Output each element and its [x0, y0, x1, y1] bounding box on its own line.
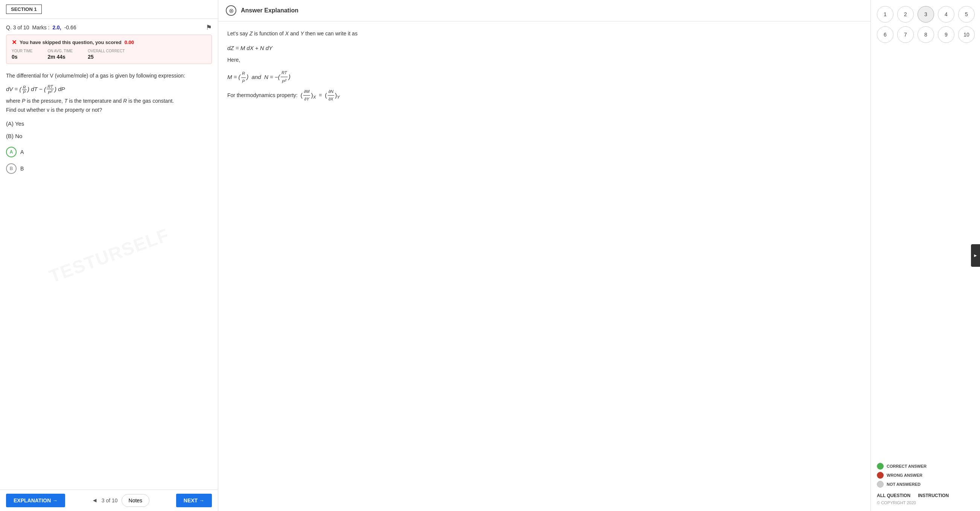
answer-option-b[interactable]: B B: [6, 163, 212, 174]
option-row-b-text: (B) No: [6, 133, 212, 139]
q-num-1[interactable]: 1: [877, 6, 893, 22]
option-b-text: (B) No: [6, 133, 22, 139]
close-button[interactable]: ⊗: [226, 5, 236, 16]
where-text: where P is the pressure, T is the temper…: [6, 98, 212, 104]
option-row-a-text: (A) Yes: [6, 120, 212, 127]
middle-panel: ⊗ Answer Explanation Let's say Z is func…: [218, 0, 871, 511]
legend-section: CORRECT ANSWER WRONG ANSWER NOT ANSWERED…: [877, 455, 974, 505]
formula-dv: dV = (RP) dT − (RTP2) dP: [6, 84, 212, 95]
marks-label: Marks :: [32, 24, 50, 30]
q-num-6[interactable]: 6: [877, 26, 893, 43]
skip-title: ✕ You have skipped this question, you sc…: [12, 39, 206, 46]
skip-score: 0.00: [124, 40, 134, 45]
explanation-title: Answer Explanation: [241, 7, 298, 14]
q-num-4[interactable]: 4: [938, 6, 955, 22]
options-section: (A) Yes (B) No A A B B: [6, 120, 212, 174]
next-button[interactable]: NEXT →: [176, 494, 212, 507]
q-num-10[interactable]: 10: [958, 26, 975, 43]
q-num-7[interactable]: 7: [897, 26, 914, 43]
exp-line-1: Let's say Z is function of X and Y then …: [228, 29, 861, 38]
right-panel: 1 2 3 4 5 6 7 8 9 10 ► CORRECT ANSWER WR…: [871, 0, 980, 511]
q-num-2[interactable]: 2: [897, 6, 914, 22]
bottom-bar-left: EXPLANATION → ◄ 3 of 10 Notes NEXT →: [0, 490, 218, 511]
wrong-dot: [877, 472, 884, 479]
option-a-label: A: [20, 149, 24, 155]
option-a-text: (A) Yes: [6, 120, 24, 127]
legend-correct: CORRECT ANSWER: [877, 463, 974, 470]
skip-banner: ✕ You have skipped this question, you sc…: [6, 35, 212, 64]
toggle-panel-arrow[interactable]: ►: [971, 244, 980, 267]
q-num-8[interactable]: 8: [918, 26, 934, 43]
question-intro: The differential for V (volume/mole) of …: [6, 72, 212, 80]
question-meta: Q. 3 of 10 Marks : 2.0, -0.66 ⚑: [0, 19, 218, 35]
left-panel: SECTION 1 Q. 3 of 10 Marks : 2.0, -0.66 …: [0, 0, 218, 511]
explanation-body: Let's say Z is function of X and Y then …: [218, 21, 870, 511]
page-display: 3 of 10: [102, 497, 118, 503]
find-text: Find out whether v is the property or no…: [6, 107, 212, 113]
legend-wrong: WRONG ANSWER: [877, 472, 974, 479]
correct-dot: [877, 463, 884, 470]
marks-negative: -0.66: [64, 24, 76, 30]
exp-line-here: Here,: [228, 55, 861, 65]
exp-formula-dz: dZ = M dX + N dY: [228, 43, 861, 53]
notes-button[interactable]: Notes: [122, 494, 150, 507]
option-circle-a: A: [6, 147, 17, 157]
section-badge: SECTION 1: [6, 5, 42, 14]
option-circle-b: B: [6, 163, 17, 174]
your-time: YOUR TIME 0s: [12, 49, 32, 60]
prev-arrow[interactable]: ◄: [92, 497, 98, 504]
avg-time: ON AVG. TIME 2m 44s: [48, 49, 73, 60]
page-info: ◄ 3 of 10 Notes: [70, 494, 172, 507]
exp-line-thermo: For thermodynamics property: (∂M∂Y)X = (…: [228, 88, 861, 103]
question-grid: 1 2 3 4 5 6 7 8 9 10: [877, 6, 974, 43]
explanation-header: ⊗ Answer Explanation: [218, 0, 870, 21]
explanation-button[interactable]: EXPLANATION →: [6, 494, 65, 507]
option-b-label: B: [20, 166, 24, 172]
q-num-3[interactable]: 3: [918, 6, 934, 22]
question-body: The differential for V (volume/mole) of …: [0, 67, 218, 490]
copyright: © COPYRIGHT 2020: [877, 500, 974, 505]
answer-option-a[interactable]: A A: [6, 147, 212, 157]
bottom-links: ALL QUESTION INSTRUCTION: [877, 493, 974, 498]
q-num-9[interactable]: 9: [938, 26, 955, 43]
not-answered-dot: [877, 481, 884, 488]
question-number: Q. 3 of 10: [6, 24, 29, 30]
all-question-link[interactable]: ALL QUESTION: [877, 493, 910, 498]
legend-not-answered: NOT ANSWERED: [877, 481, 974, 488]
flag-icon[interactable]: ⚑: [206, 23, 212, 32]
x-icon: ✕: [12, 39, 17, 46]
q-num-5[interactable]: 5: [958, 6, 975, 22]
section-header: SECTION 1: [0, 0, 218, 19]
time-row: YOUR TIME 0s ON AVG. TIME 2m 44s OVERALL…: [12, 49, 206, 60]
exp-formula-mn: M = (RP) and N = −(RTP2): [228, 69, 861, 85]
marks-positive: 2.0,: [52, 24, 61, 30]
overall-correct: OVERALL CORRECT 25: [88, 49, 124, 60]
instruction-link[interactable]: INSTRUCTION: [918, 493, 949, 498]
